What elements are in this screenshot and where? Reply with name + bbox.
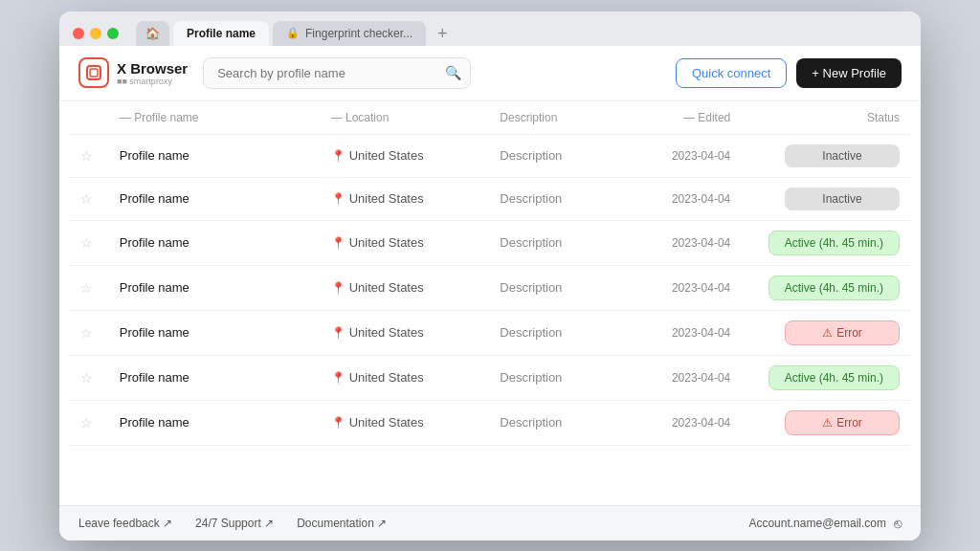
location-cell: 📍United States: [320, 220, 489, 265]
error-icon: ⚠: [822, 416, 833, 430]
header-actions: Quick connect + New Profile: [676, 58, 902, 88]
location-cell: 📍United States: [320, 400, 489, 445]
profile-name-cell[interactable]: Profile name: [108, 265, 320, 310]
col-status-label: Status: [867, 111, 900, 124]
status-cell[interactable]: ⚠ Error: [742, 310, 911, 355]
app-content: X Browser ■■ smartproxy 🔍 Quick connect …: [59, 46, 921, 505]
status-badge[interactable]: Active (4h. 45 min.): [768, 276, 900, 300]
edited-cell: 2023-04-04: [615, 265, 742, 310]
profile-name-cell[interactable]: Profile name: [108, 220, 320, 265]
status-cell[interactable]: Inactive: [742, 134, 911, 177]
star-cell[interactable]: ☆: [69, 400, 108, 445]
profiles-table-container: — Profile name — Location Description — …: [59, 101, 921, 446]
col-location-label: — Location: [331, 111, 390, 124]
edited-cell: 2023-04-04: [615, 310, 742, 355]
edited-cell: 2023-04-04: [615, 177, 742, 220]
minimize-button[interactable]: [90, 28, 101, 39]
star-cell[interactable]: ☆: [69, 310, 108, 355]
location-cell: 📍United States: [320, 310, 489, 355]
logout-icon[interactable]: ⎋: [894, 516, 902, 531]
tab-bar: 🏠 Profile name 🔒 Fingerprint checker... …: [136, 21, 456, 46]
titlebar: 🏠 Profile name 🔒 Fingerprint checker... …: [59, 11, 921, 46]
table-body: ☆Profile name📍United StatesDescription20…: [69, 134, 911, 445]
status-badge[interactable]: ⚠ Error: [785, 410, 900, 435]
status-cell[interactable]: Active (4h. 45 min.): [742, 220, 911, 265]
table-header-row: — Profile name — Location Description — …: [69, 101, 911, 135]
account-email: Account.name@email.com: [748, 517, 886, 530]
status-badge[interactable]: Active (4h. 45 min.): [768, 231, 900, 255]
error-icon: ⚠: [822, 326, 833, 340]
new-profile-button[interactable]: + New Profile: [796, 58, 902, 88]
support-link[interactable]: 24/7 Support ↗: [195, 517, 274, 530]
col-name[interactable]: — Profile name: [108, 101, 320, 135]
table-row: ☆Profile name📍United StatesDescription20…: [69, 177, 911, 220]
quick-connect-button[interactable]: Quick connect: [676, 58, 787, 88]
star-cell[interactable]: ☆: [69, 265, 108, 310]
tab-profile[interactable]: Profile name: [173, 21, 269, 46]
location-text: United States: [349, 370, 424, 385]
edited-cell: 2023-04-04: [615, 134, 742, 177]
pin-icon: 📍: [331, 236, 345, 250]
table-row: ☆Profile name📍United StatesDescription20…: [69, 400, 911, 445]
location-cell: 📍United States: [320, 134, 489, 177]
app-header: X Browser ■■ smartproxy 🔍 Quick connect …: [59, 46, 921, 101]
search-icon: 🔍: [445, 65, 461, 80]
location-cell: 📍United States: [320, 355, 489, 400]
profile-name-cell[interactable]: Profile name: [108, 400, 320, 445]
col-edited[interactable]: — Edited: [615, 101, 742, 135]
app-name: X Browser: [117, 60, 188, 77]
status-badge[interactable]: Inactive: [785, 187, 900, 210]
pin-icon: 📍: [331, 326, 345, 340]
table-row: ☆Profile name📍United StatesDescription20…: [69, 134, 911, 177]
docs-link[interactable]: Documentation ↗: [297, 517, 387, 530]
tab-fingerprint-label: Fingerprint checker...: [305, 27, 412, 40]
table-row: ☆Profile name📍United StatesDescription20…: [69, 355, 911, 400]
location-cell: 📍United States: [320, 177, 489, 220]
location-text: United States: [349, 325, 424, 340]
star-cell[interactable]: ☆: [69, 355, 108, 400]
status-badge[interactable]: Inactive: [785, 144, 900, 167]
window-controls: [73, 28, 119, 39]
location-text: United States: [349, 415, 424, 430]
description-cell: Description: [488, 220, 614, 265]
edited-cell: 2023-04-04: [615, 400, 742, 445]
profile-name-cell[interactable]: Profile name: [108, 134, 320, 177]
maximize-button[interactable]: [107, 28, 119, 39]
pin-icon: 📍: [331, 149, 345, 163]
description-cell: Description: [488, 355, 614, 400]
edited-cell: 2023-04-04: [615, 220, 742, 265]
tab-fingerprint[interactable]: 🔒 Fingerprint checker...: [273, 21, 426, 46]
tab-home[interactable]: 🏠: [136, 21, 169, 46]
search-input[interactable]: [203, 57, 471, 89]
profile-name-cell[interactable]: Profile name: [108, 310, 320, 355]
logo-text: X Browser ■■ smartproxy: [117, 60, 188, 86]
main-window: 🏠 Profile name 🔒 Fingerprint checker... …: [59, 11, 921, 540]
status-cell[interactable]: ⚠ Error: [742, 400, 911, 445]
status-badge[interactable]: ⚠ Error: [785, 320, 900, 345]
col-star: [69, 101, 108, 135]
close-button[interactable]: [73, 28, 84, 39]
description-cell: Description: [488, 177, 614, 220]
status-cell[interactable]: Inactive: [742, 177, 911, 220]
footer-account: Account.name@email.com ⎋: [748, 516, 902, 531]
profile-name-cell[interactable]: Profile name: [108, 177, 320, 220]
location-text: United States: [349, 280, 424, 295]
location-cell: 📍United States: [320, 265, 489, 310]
pin-icon: 📍: [331, 192, 345, 206]
location-text: United States: [349, 148, 424, 163]
star-cell[interactable]: ☆: [69, 220, 108, 265]
col-edited-label: — Edited: [683, 111, 730, 124]
status-cell[interactable]: Active (4h. 45 min.): [742, 355, 911, 400]
profile-name-cell[interactable]: Profile name: [108, 355, 320, 400]
status-cell[interactable]: Active (4h. 45 min.): [742, 265, 911, 310]
pin-icon: 📍: [331, 371, 345, 385]
svg-rect-1: [90, 69, 98, 77]
add-tab-button[interactable]: +: [430, 21, 456, 46]
feedback-link[interactable]: Leave feedback ↗: [78, 517, 172, 530]
status-badge[interactable]: Active (4h. 45 min.): [768, 365, 900, 390]
description-cell: Description: [488, 310, 614, 355]
star-cell[interactable]: ☆: [69, 177, 108, 220]
star-cell[interactable]: ☆: [69, 134, 108, 177]
col-location[interactable]: — Location: [320, 101, 489, 135]
table-row: ☆Profile name📍United StatesDescription20…: [69, 220, 911, 265]
